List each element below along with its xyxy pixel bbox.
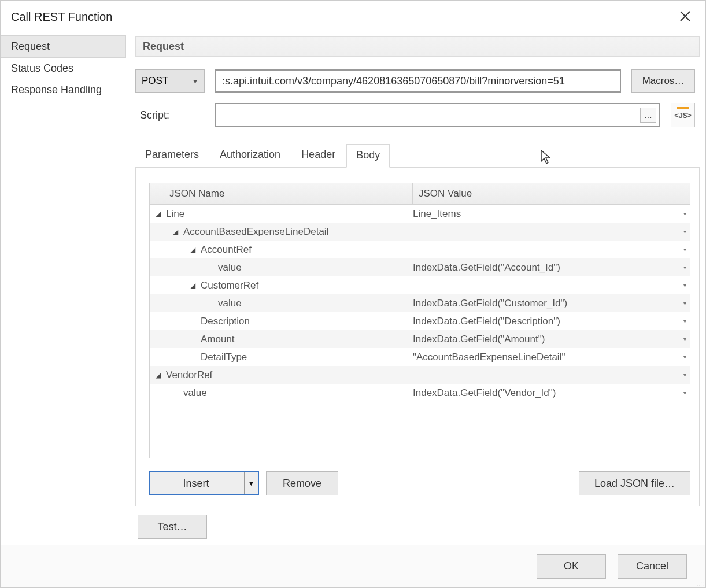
js-icon-label: <J$> xyxy=(674,111,692,120)
table-row[interactable]: ◢CustomerRef▾ xyxy=(150,276,690,294)
tab-header[interactable]: Header xyxy=(291,143,345,167)
json-value-cell[interactable]: ▾ xyxy=(413,282,690,289)
json-value-cell[interactable]: IndexData.GetField("Description")▾ xyxy=(413,316,690,327)
insert-split-button[interactable]: Insert ▼ xyxy=(149,471,259,495)
value-dropdown-icon[interactable]: ▾ xyxy=(683,300,686,306)
expand-triangle-icon[interactable]: ◢ xyxy=(156,210,164,218)
json-value-cell[interactable]: "AccountBasedExpenseLineDetail"▾ xyxy=(413,352,690,363)
tab-label: Header xyxy=(301,149,335,160)
json-name-cell: ◢VendorRef xyxy=(150,369,413,381)
sidebar: Request Status Codes Response Handling xyxy=(1,31,131,545)
table-row[interactable]: ◢AccountRef▾ xyxy=(150,241,690,258)
json-value-cell[interactable]: ▾ xyxy=(413,228,690,235)
table-row[interactable]: ◢VendorRef▾ xyxy=(150,366,690,384)
json-name-text: CustomerRef xyxy=(201,280,258,291)
sidebar-item-label: Response Handling xyxy=(11,84,102,95)
table-row[interactable]: ◢AccountBasedExpenseLineDetail▾ xyxy=(150,223,690,241)
column-header-name[interactable]: JSON Name xyxy=(150,183,413,204)
http-method-value: POST xyxy=(142,75,168,87)
table-row[interactable]: DescriptionIndexData.GetField("Descripti… xyxy=(150,312,690,330)
json-value-cell[interactable]: ▾ xyxy=(413,372,690,378)
value-dropdown-icon[interactable]: ▾ xyxy=(683,318,686,324)
tab-parameters[interactable]: Parameters xyxy=(135,143,209,167)
json-name-cell: value xyxy=(150,262,413,273)
value-dropdown-icon[interactable]: ▾ xyxy=(683,264,686,271)
script-label: Script: xyxy=(135,109,205,121)
json-name-text: value xyxy=(218,262,242,273)
json-name-cell: ◢CustomerRef xyxy=(150,280,413,291)
resize-grip-icon[interactable]: ...... xyxy=(697,579,704,586)
json-value-cell[interactable]: Line_Items▾ xyxy=(413,208,690,220)
test-button[interactable]: Test… xyxy=(138,515,207,539)
remove-button[interactable]: Remove xyxy=(266,471,338,495)
insert-dropdown-arrow-icon[interactable]: ▼ xyxy=(244,472,258,494)
ok-button[interactable]: OK xyxy=(537,554,606,579)
close-icon[interactable] xyxy=(675,6,695,27)
tab-authorization[interactable]: Authorization xyxy=(210,143,290,167)
expand-triangle-icon[interactable]: ◢ xyxy=(173,228,181,236)
table-row[interactable]: valueIndexData.GetField("Customer_Id")▾ xyxy=(150,294,690,312)
json-value-cell[interactable]: IndexData.GetField("Customer_Id")▾ xyxy=(413,298,690,309)
tab-body[interactable]: Body xyxy=(346,144,390,168)
value-dropdown-icon[interactable]: ▾ xyxy=(683,210,686,217)
table-row[interactable]: valueIndexData.GetField("Vendor_Id")▾ xyxy=(150,384,690,402)
value-dropdown-icon[interactable]: ▾ xyxy=(683,246,686,253)
macros-button[interactable]: Macros… xyxy=(631,69,695,93)
json-value-text: Line_Items xyxy=(413,208,461,220)
sidebar-item-status-codes[interactable]: Status Codes xyxy=(1,58,131,79)
json-name-cell: value xyxy=(150,298,413,309)
script-input[interactable] xyxy=(216,104,640,126)
expand-triangle-icon[interactable]: ◢ xyxy=(190,282,198,290)
sidebar-item-request[interactable]: Request xyxy=(1,35,126,58)
test-row: Test… xyxy=(138,515,700,539)
value-dropdown-icon[interactable]: ▾ xyxy=(683,372,686,378)
json-value-cell[interactable]: IndexData.GetField("Vendor_Id")▾ xyxy=(413,387,690,399)
json-value-cell[interactable]: IndexData.GetField("Account_Id")▾ xyxy=(413,262,690,273)
table-row[interactable]: DetailType"AccountBasedExpenseLineDetail… xyxy=(150,348,690,366)
http-method-select[interactable]: POST ▾ xyxy=(135,69,205,93)
insert-label: Insert xyxy=(183,478,209,490)
json-name-text: Line xyxy=(166,208,184,220)
load-json-file-button[interactable]: Load JSON file… xyxy=(579,471,690,495)
json-value-cell[interactable]: ▾ xyxy=(413,246,690,253)
sidebar-item-label: Status Codes xyxy=(11,62,73,74)
tab-label: Authorization xyxy=(220,149,280,160)
expand-triangle-icon[interactable]: ◢ xyxy=(156,371,164,379)
json-value-text: IndexData.GetField("Vendor_Id") xyxy=(413,387,556,399)
script-input-wrap: … xyxy=(215,103,660,127)
value-dropdown-icon[interactable]: ▾ xyxy=(683,228,686,235)
url-input[interactable] xyxy=(215,69,621,93)
content-area: Request POST ▾ Macros… Script: … <J$> Pa… xyxy=(131,31,705,545)
script-browse-button[interactable]: … xyxy=(640,108,656,123)
sidebar-item-label: Request xyxy=(11,40,50,52)
json-grid-header: JSON Name JSON Value xyxy=(150,183,690,205)
json-name-text: AccountRef xyxy=(201,244,252,256)
json-name-cell: ◢AccountBasedExpenseLineDetail xyxy=(150,226,413,238)
value-dropdown-icon[interactable]: ▾ xyxy=(683,390,686,396)
json-name-text: value xyxy=(218,298,242,309)
json-grid: JSON Name JSON Value ◢LineLine_Items▾◢Ac… xyxy=(149,183,690,458)
value-dropdown-icon[interactable]: ▾ xyxy=(683,354,686,360)
tabs: Parameters Authorization Header Body xyxy=(135,143,700,168)
json-name-cell: value xyxy=(150,387,413,399)
column-header-value[interactable]: JSON Value xyxy=(413,183,690,204)
sidebar-item-response-handling[interactable]: Response Handling xyxy=(1,79,131,101)
json-value-text: IndexData.GetField("Account_Id") xyxy=(413,262,560,273)
json-value-cell[interactable]: IndexData.GetField("Amount")▾ xyxy=(413,334,690,345)
js-expression-icon[interactable]: <J$> xyxy=(671,103,695,127)
dialog-title: Call REST Function xyxy=(11,10,112,24)
json-value-text: IndexData.GetField("Amount") xyxy=(413,334,545,345)
json-name-cell: DetailType xyxy=(150,352,413,363)
table-row[interactable]: ◢LineLine_Items▾ xyxy=(150,205,690,223)
cancel-button[interactable]: Cancel xyxy=(618,554,687,579)
json-name-cell: Amount xyxy=(150,334,413,345)
value-dropdown-icon[interactable]: ▾ xyxy=(683,282,686,289)
expand-triangle-icon[interactable]: ◢ xyxy=(190,246,198,254)
value-dropdown-icon[interactable]: ▾ xyxy=(683,336,686,342)
section-header: Request xyxy=(135,36,700,57)
table-row[interactable]: AmountIndexData.GetField("Amount")▾ xyxy=(150,330,690,348)
table-row[interactable]: valueIndexData.GetField("Account_Id")▾ xyxy=(150,258,690,276)
json-name-text: VendorRef xyxy=(166,369,212,381)
json-name-cell: ◢Line xyxy=(150,208,413,220)
json-name-cell: ◢AccountRef xyxy=(150,244,413,256)
